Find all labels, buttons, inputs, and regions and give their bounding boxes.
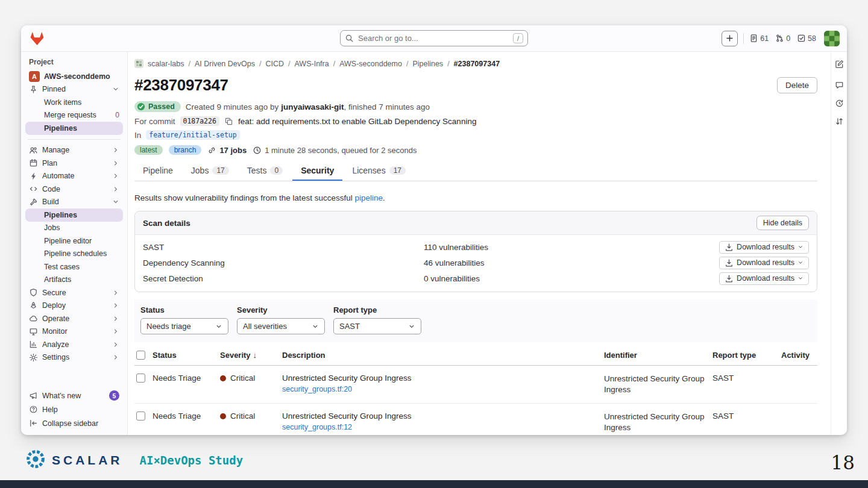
search-shortcut-key: / bbox=[513, 33, 523, 43]
sidebar-item-pipeline-schedules[interactable]: Pipeline schedules bbox=[25, 248, 123, 261]
severity-filter[interactable]: All severities bbox=[237, 318, 325, 334]
branch-badge: branch bbox=[169, 145, 202, 155]
sidebar-item-build[interactable]: Build bbox=[25, 196, 123, 209]
sidebar-item-help[interactable]: Help bbox=[25, 402, 123, 416]
history-icon[interactable] bbox=[835, 99, 844, 108]
sidebar-section-label: Project bbox=[25, 57, 123, 70]
sidebar-item-automate[interactable]: Automate bbox=[25, 170, 123, 183]
breadcrumb-item[interactable]: AWS-Infra bbox=[284, 60, 329, 68]
search-input[interactable]: Search or go to... / bbox=[340, 30, 528, 46]
breadcrumb-item[interactable]: scalar-labs bbox=[148, 60, 184, 68]
severity-header[interactable]: Severity↓ bbox=[220, 351, 282, 360]
study-title: AI×DevOps Study bbox=[140, 454, 244, 467]
sidebar-item-manage[interactable]: Manage bbox=[25, 144, 123, 157]
tab-count-badge: 17 bbox=[389, 166, 406, 175]
vulnerability-description[interactable]: Unrestricted Security Group Ingress bbox=[282, 411, 604, 421]
shield-icon bbox=[29, 288, 38, 297]
breadcrumb-item[interactable]: CICD bbox=[255, 60, 284, 68]
jobs-count[interactable]: 17 jobs bbox=[207, 146, 247, 155]
chevron-right-icon bbox=[112, 341, 119, 348]
hide-details-button[interactable]: Hide details bbox=[756, 216, 809, 230]
topbar-divider bbox=[743, 33, 744, 44]
scalar-logo-icon bbox=[25, 449, 46, 472]
sidebar-item-test-cases[interactable]: Test cases bbox=[25, 260, 123, 274]
results-text: Results show vulnerability findings from… bbox=[134, 193, 817, 202]
tab-security[interactable]: Security bbox=[292, 161, 342, 181]
sidebar-item-pipeline-editor[interactable]: Pipeline editor bbox=[25, 234, 123, 248]
download-results-button[interactable]: Download results bbox=[719, 241, 809, 254]
filter-label: Severity bbox=[237, 305, 325, 314]
status-filter[interactable]: Needs triage bbox=[140, 318, 228, 334]
row-checkbox[interactable] bbox=[136, 411, 145, 421]
tab-jobs[interactable]: Jobs17 bbox=[183, 161, 237, 181]
status-badge[interactable]: Passed bbox=[134, 101, 181, 112]
sidebar-item-monitor[interactable]: Monitor bbox=[25, 325, 123, 339]
scan-name: SAST bbox=[143, 243, 424, 252]
gitlab-logo-icon[interactable] bbox=[30, 31, 45, 46]
sidebar-item-artifacts[interactable]: Artifacts bbox=[25, 274, 123, 287]
issues-counter[interactable]: 61 bbox=[749, 34, 769, 43]
chevron-down-icon bbox=[797, 275, 804, 281]
sidebar-item-pipelines-pinned[interactable]: Pipelines bbox=[25, 122, 123, 135]
vulnerability-location-link[interactable]: security_groups.tf:12 bbox=[282, 423, 352, 431]
download-results-button[interactable]: Download results bbox=[719, 257, 809, 269]
sidebar-item-merge-requests[interactable]: Merge requests0 bbox=[25, 109, 123, 122]
sidebar-project[interactable]: A AWS-seconddemo bbox=[25, 70, 123, 83]
vulnerability-description[interactable]: Unrestricted Security Group Ingress bbox=[282, 374, 604, 383]
merge-requests-counter[interactable]: 0 bbox=[775, 34, 790, 43]
user-avatar[interactable] bbox=[824, 31, 840, 46]
branch-name[interactable]: feature/initial-setup bbox=[146, 130, 239, 140]
sidebar-item-pipelines[interactable]: Pipelines bbox=[25, 208, 123, 222]
cloud-icon bbox=[29, 314, 38, 323]
sidebar-item-whats-new[interactable]: What's new5 bbox=[25, 389, 123, 402]
clock-icon bbox=[253, 146, 262, 155]
monitor-icon bbox=[29, 327, 38, 336]
row-identifier: Unrestricted Security Group Ingress bbox=[604, 374, 712, 395]
breadcrumb-current: #2387097347 bbox=[443, 60, 500, 68]
author-name: junyaiwasaki-git bbox=[281, 102, 344, 111]
delete-button[interactable]: Delete bbox=[777, 77, 817, 93]
tab-licenses[interactable]: Licenses17 bbox=[344, 161, 414, 181]
commit-message[interactable]: feat: add requirements.txt to enable Git… bbox=[238, 117, 477, 126]
scan-name: Secret Detection bbox=[143, 274, 424, 283]
select-all-checkbox[interactable] bbox=[136, 351, 145, 360]
sidebar-item-analyze[interactable]: Analyze bbox=[25, 338, 123, 351]
row-severity: Critical bbox=[230, 374, 255, 383]
sidebar-item-settings[interactable]: Settings bbox=[25, 351, 123, 364]
todos-counter[interactable]: 58 bbox=[797, 34, 816, 43]
row-checkbox[interactable] bbox=[136, 374, 145, 383]
sidebar-item-collapse[interactable]: Collapse sidebar bbox=[25, 416, 123, 430]
sidebar-item-secure[interactable]: Secure bbox=[25, 286, 123, 299]
create-new-button[interactable] bbox=[722, 31, 738, 46]
compare-icon[interactable] bbox=[835, 117, 844, 126]
sidebar-item-work-items[interactable]: Work items bbox=[25, 96, 123, 109]
copy-icon[interactable] bbox=[224, 117, 233, 126]
pipeline-tabs: Pipeline Jobs17 Tests0 Security Licenses… bbox=[134, 161, 817, 181]
sidebar-item-deploy[interactable]: Deploy bbox=[25, 299, 123, 313]
sidebar-item-operate[interactable]: Operate bbox=[25, 312, 123, 325]
sidebar-item-code[interactable]: Code bbox=[25, 183, 123, 196]
commit-sha[interactable]: 0187a226 bbox=[180, 116, 219, 126]
comments-icon[interactable] bbox=[835, 81, 844, 90]
tab-tests[interactable]: Tests0 bbox=[239, 161, 291, 181]
whats-new-badge: 5 bbox=[109, 390, 119, 401]
row-status: Needs Triage bbox=[153, 374, 220, 383]
slide-footer: SCALAR AI×DevOps Study bbox=[25, 449, 243, 472]
pipeline-link[interactable]: pipeline bbox=[354, 193, 383, 202]
report-type-filter[interactable]: SAST bbox=[333, 318, 421, 334]
download-icon bbox=[725, 243, 734, 252]
tab-pipeline[interactable]: Pipeline bbox=[134, 161, 181, 181]
vulnerability-location-link[interactable]: security_groups.tf:20 bbox=[282, 385, 352, 393]
bolt-icon bbox=[29, 172, 38, 181]
breadcrumb-item[interactable]: AI Driven DevOps bbox=[184, 60, 255, 68]
breadcrumb-item[interactable]: AWS-seconddemo bbox=[329, 60, 402, 68]
row-severity: Critical bbox=[230, 411, 255, 421]
sidebar-item-plan[interactable]: Plan bbox=[25, 157, 123, 170]
breadcrumb-item[interactable]: Pipelines bbox=[402, 60, 443, 68]
edit-icon[interactable] bbox=[835, 60, 844, 69]
sidebar-item-jobs[interactable]: Jobs bbox=[25, 222, 123, 235]
description-header: Description bbox=[282, 351, 604, 360]
gitlab-topbar: Search or go to... / 61 0 58 bbox=[21, 25, 847, 52]
download-results-button[interactable]: Download results bbox=[719, 272, 809, 285]
sidebar-item-pinned[interactable]: Pinned bbox=[25, 83, 123, 96]
